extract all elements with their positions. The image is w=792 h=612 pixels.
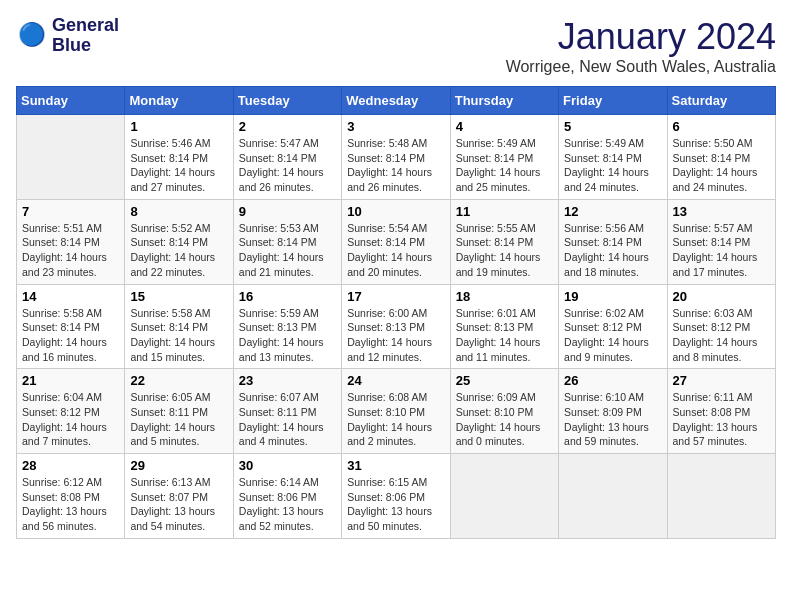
day-number: 26 (564, 373, 661, 388)
day-number: 27 (673, 373, 770, 388)
calendar-cell: 30 Sunrise: 6:14 AM Sunset: 8:06 PM Dayl… (233, 454, 341, 539)
header-saturday: Saturday (667, 87, 775, 115)
cell-info: Sunrise: 5:58 AM Sunset: 8:14 PM Dayligh… (22, 306, 119, 365)
calendar-cell (450, 454, 558, 539)
logo-icon: 🔵 (16, 20, 48, 52)
logo-blue: Blue (52, 35, 91, 55)
day-number: 23 (239, 373, 336, 388)
calendar-cell: 25 Sunrise: 6:09 AM Sunset: 8:10 PM Dayl… (450, 369, 558, 454)
day-number: 21 (22, 373, 119, 388)
cell-info: Sunrise: 5:57 AM Sunset: 8:14 PM Dayligh… (673, 221, 770, 280)
cell-info: Sunrise: 6:09 AM Sunset: 8:10 PM Dayligh… (456, 390, 553, 449)
day-number: 1 (130, 119, 227, 134)
cell-info: Sunrise: 6:13 AM Sunset: 8:07 PM Dayligh… (130, 475, 227, 534)
cell-info: Sunrise: 5:49 AM Sunset: 8:14 PM Dayligh… (564, 136, 661, 195)
cell-info: Sunrise: 6:05 AM Sunset: 8:11 PM Dayligh… (130, 390, 227, 449)
cell-info: Sunrise: 5:54 AM Sunset: 8:14 PM Dayligh… (347, 221, 444, 280)
calendar-cell: 19 Sunrise: 6:02 AM Sunset: 8:12 PM Dayl… (559, 284, 667, 369)
day-number: 8 (130, 204, 227, 219)
cell-info: Sunrise: 6:08 AM Sunset: 8:10 PM Dayligh… (347, 390, 444, 449)
cell-info: Sunrise: 6:02 AM Sunset: 8:12 PM Dayligh… (564, 306, 661, 365)
day-number: 20 (673, 289, 770, 304)
calendar-cell: 27 Sunrise: 6:11 AM Sunset: 8:08 PM Dayl… (667, 369, 775, 454)
day-number: 30 (239, 458, 336, 473)
calendar-cell: 12 Sunrise: 5:56 AM Sunset: 8:14 PM Dayl… (559, 199, 667, 284)
calendar-cell: 22 Sunrise: 6:05 AM Sunset: 8:11 PM Dayl… (125, 369, 233, 454)
calendar-cell: 26 Sunrise: 6:10 AM Sunset: 8:09 PM Dayl… (559, 369, 667, 454)
title-block: January 2024 Worrigee, New South Wales, … (506, 16, 776, 76)
header-tuesday: Tuesday (233, 87, 341, 115)
calendar-cell: 20 Sunrise: 6:03 AM Sunset: 8:12 PM Dayl… (667, 284, 775, 369)
calendar-cell (17, 115, 125, 200)
calendar-cell: 2 Sunrise: 5:47 AM Sunset: 8:14 PM Dayli… (233, 115, 341, 200)
week-row-3: 21 Sunrise: 6:04 AM Sunset: 8:12 PM Dayl… (17, 369, 776, 454)
calendar-cell: 29 Sunrise: 6:13 AM Sunset: 8:07 PM Dayl… (125, 454, 233, 539)
location-text: Worrigee, New South Wales, Australia (506, 58, 776, 76)
calendar-table: SundayMondayTuesdayWednesdayThursdayFrid… (16, 86, 776, 539)
header-wednesday: Wednesday (342, 87, 450, 115)
day-number: 7 (22, 204, 119, 219)
header-friday: Friday (559, 87, 667, 115)
cell-info: Sunrise: 5:55 AM Sunset: 8:14 PM Dayligh… (456, 221, 553, 280)
day-number: 19 (564, 289, 661, 304)
header-thursday: Thursday (450, 87, 558, 115)
cell-info: Sunrise: 6:00 AM Sunset: 8:13 PM Dayligh… (347, 306, 444, 365)
day-number: 11 (456, 204, 553, 219)
calendar-cell: 18 Sunrise: 6:01 AM Sunset: 8:13 PM Dayl… (450, 284, 558, 369)
cell-info: Sunrise: 6:03 AM Sunset: 8:12 PM Dayligh… (673, 306, 770, 365)
calendar-cell: 21 Sunrise: 6:04 AM Sunset: 8:12 PM Dayl… (17, 369, 125, 454)
page-header: 🔵 General Blue January 2024 Worrigee, Ne… (16, 16, 776, 76)
week-row-0: 1 Sunrise: 5:46 AM Sunset: 8:14 PM Dayli… (17, 115, 776, 200)
day-number: 29 (130, 458, 227, 473)
day-number: 3 (347, 119, 444, 134)
cell-info: Sunrise: 5:47 AM Sunset: 8:14 PM Dayligh… (239, 136, 336, 195)
calendar-cell: 28 Sunrise: 6:12 AM Sunset: 8:08 PM Dayl… (17, 454, 125, 539)
calendar-cell: 13 Sunrise: 5:57 AM Sunset: 8:14 PM Dayl… (667, 199, 775, 284)
calendar-cell (667, 454, 775, 539)
week-row-2: 14 Sunrise: 5:58 AM Sunset: 8:14 PM Dayl… (17, 284, 776, 369)
calendar-cell: 9 Sunrise: 5:53 AM Sunset: 8:14 PM Dayli… (233, 199, 341, 284)
cell-info: Sunrise: 5:53 AM Sunset: 8:14 PM Dayligh… (239, 221, 336, 280)
day-number: 16 (239, 289, 336, 304)
day-number: 10 (347, 204, 444, 219)
calendar-cell: 5 Sunrise: 5:49 AM Sunset: 8:14 PM Dayli… (559, 115, 667, 200)
calendar-cell: 31 Sunrise: 6:15 AM Sunset: 8:06 PM Dayl… (342, 454, 450, 539)
calendar-cell: 17 Sunrise: 6:00 AM Sunset: 8:13 PM Dayl… (342, 284, 450, 369)
day-number: 12 (564, 204, 661, 219)
cell-info: Sunrise: 6:07 AM Sunset: 8:11 PM Dayligh… (239, 390, 336, 449)
logo-general: General (52, 15, 119, 35)
day-number: 17 (347, 289, 444, 304)
cell-info: Sunrise: 5:49 AM Sunset: 8:14 PM Dayligh… (456, 136, 553, 195)
cell-info: Sunrise: 6:15 AM Sunset: 8:06 PM Dayligh… (347, 475, 444, 534)
day-number: 6 (673, 119, 770, 134)
cell-info: Sunrise: 5:52 AM Sunset: 8:14 PM Dayligh… (130, 221, 227, 280)
day-number: 2 (239, 119, 336, 134)
cell-info: Sunrise: 6:04 AM Sunset: 8:12 PM Dayligh… (22, 390, 119, 449)
calendar-cell (559, 454, 667, 539)
cell-info: Sunrise: 5:59 AM Sunset: 8:13 PM Dayligh… (239, 306, 336, 365)
day-number: 14 (22, 289, 119, 304)
cell-info: Sunrise: 5:51 AM Sunset: 8:14 PM Dayligh… (22, 221, 119, 280)
day-number: 9 (239, 204, 336, 219)
cell-info: Sunrise: 5:58 AM Sunset: 8:14 PM Dayligh… (130, 306, 227, 365)
calendar-cell: 15 Sunrise: 5:58 AM Sunset: 8:14 PM Dayl… (125, 284, 233, 369)
day-number: 15 (130, 289, 227, 304)
header-monday: Monday (125, 87, 233, 115)
cell-info: Sunrise: 5:50 AM Sunset: 8:14 PM Dayligh… (673, 136, 770, 195)
cell-info: Sunrise: 6:10 AM Sunset: 8:09 PM Dayligh… (564, 390, 661, 449)
week-row-4: 28 Sunrise: 6:12 AM Sunset: 8:08 PM Dayl… (17, 454, 776, 539)
calendar-header-row: SundayMondayTuesdayWednesdayThursdayFrid… (17, 87, 776, 115)
day-number: 18 (456, 289, 553, 304)
calendar-cell: 3 Sunrise: 5:48 AM Sunset: 8:14 PM Dayli… (342, 115, 450, 200)
day-number: 25 (456, 373, 553, 388)
day-number: 4 (456, 119, 553, 134)
calendar-cell: 23 Sunrise: 6:07 AM Sunset: 8:11 PM Dayl… (233, 369, 341, 454)
day-number: 24 (347, 373, 444, 388)
cell-info: Sunrise: 6:14 AM Sunset: 8:06 PM Dayligh… (239, 475, 336, 534)
calendar-cell: 6 Sunrise: 5:50 AM Sunset: 8:14 PM Dayli… (667, 115, 775, 200)
calendar-cell: 11 Sunrise: 5:55 AM Sunset: 8:14 PM Dayl… (450, 199, 558, 284)
month-title: January 2024 (506, 16, 776, 58)
calendar-cell: 8 Sunrise: 5:52 AM Sunset: 8:14 PM Dayli… (125, 199, 233, 284)
svg-text:🔵: 🔵 (18, 21, 46, 48)
day-number: 13 (673, 204, 770, 219)
